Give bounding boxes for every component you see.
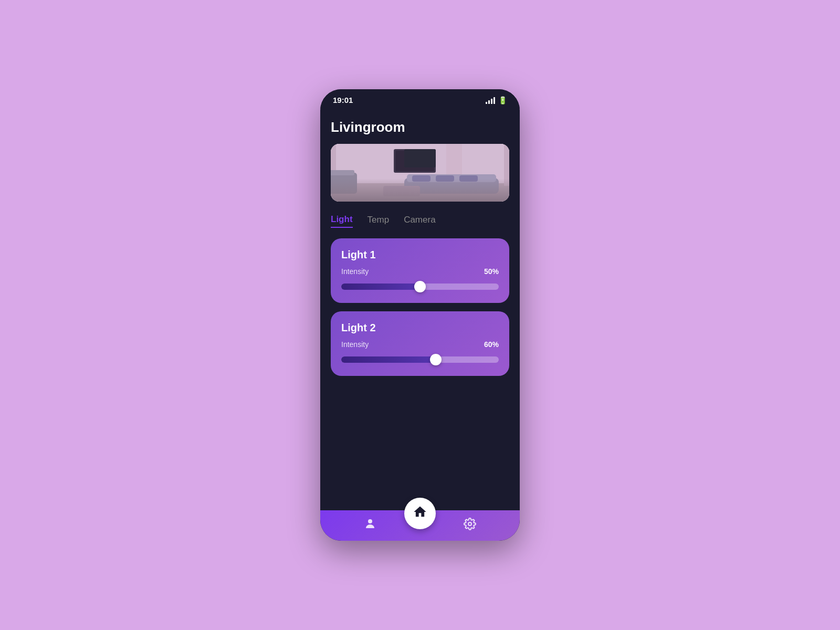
- room-image-placeholder: [331, 144, 509, 202]
- svg-point-17: [468, 522, 471, 526]
- light2-card: Light 2 Intensity 60%: [331, 311, 509, 376]
- light2-slider-fill: [341, 356, 436, 363]
- light2-intensity-row: Intensity 60%: [341, 340, 499, 349]
- main-content: Livingroom: [320, 109, 520, 510]
- home-icon: [413, 505, 427, 522]
- battery-icon: 🔋: [498, 96, 507, 104]
- home-button[interactable]: [404, 498, 436, 529]
- gear-icon: [464, 518, 476, 530]
- light1-slider-thumb[interactable]: [414, 281, 426, 292]
- phone-container: 19:01 🔋 Livingroom: [320, 89, 520, 541]
- light2-title: Light 2: [341, 322, 499, 334]
- page-title: Livingroom: [331, 119, 509, 135]
- status-time: 19:01: [333, 96, 353, 104]
- svg-rect-15: [331, 144, 509, 202]
- svg-rect-7: [404, 178, 499, 194]
- room-svg: [331, 144, 509, 202]
- status-bar: 19:01 🔋: [320, 89, 520, 109]
- light1-intensity-row: Intensity 50%: [341, 267, 499, 276]
- svg-rect-1: [331, 183, 509, 202]
- light1-slider-fill: [341, 284, 420, 290]
- light1-slider-track[interactable]: [341, 284, 499, 290]
- signal-icon: [486, 97, 495, 104]
- light2-slider[interactable]: [341, 354, 499, 365]
- svg-rect-14: [383, 186, 420, 196]
- light2-intensity-label: Intensity: [341, 340, 369, 349]
- svg-point-16: [368, 519, 372, 523]
- light1-slider[interactable]: [341, 281, 499, 292]
- bottom-nav: [320, 510, 520, 541]
- light1-card: Light 1 Intensity 50%: [331, 238, 509, 303]
- light2-slider-track[interactable]: [341, 356, 499, 363]
- tab-temp[interactable]: Temp: [368, 214, 390, 228]
- profile-button[interactable]: [364, 518, 376, 530]
- settings-button[interactable]: [464, 518, 476, 530]
- tabs-container: Light Temp Camera: [331, 214, 509, 228]
- light1-intensity-label: Intensity: [341, 267, 369, 276]
- room-image: [331, 144, 509, 202]
- light1-intensity-value: 50%: [484, 267, 499, 276]
- tab-camera[interactable]: Camera: [404, 214, 435, 228]
- person-icon: [364, 518, 376, 530]
- light1-title: Light 1: [341, 249, 499, 261]
- tab-light[interactable]: Light: [331, 214, 353, 228]
- status-icons: 🔋: [486, 96, 507, 104]
- light2-slider-thumb[interactable]: [430, 354, 442, 365]
- light2-intensity-value: 60%: [484, 340, 499, 349]
